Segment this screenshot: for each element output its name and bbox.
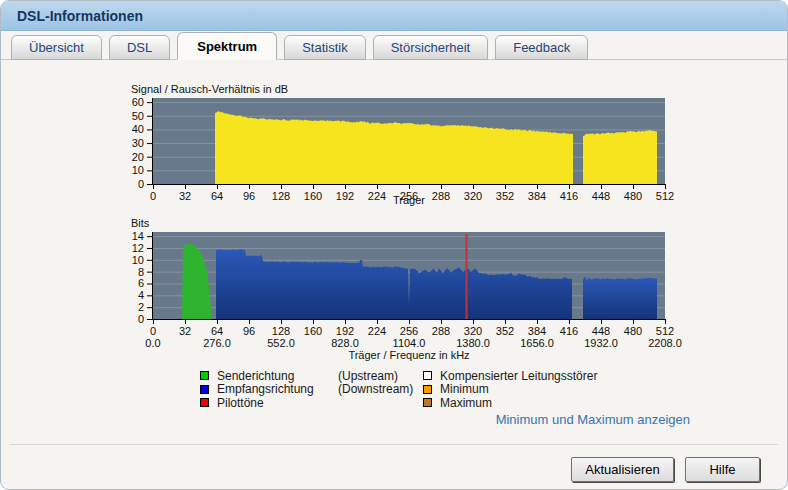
svg-text:384: 384 [528,190,546,202]
svg-text:50: 50 [132,110,144,122]
legend-item-maximum: Maximum [423,396,597,410]
tab-uebersicht[interactable]: Übersicht [11,35,102,60]
downstream-swatch-icon [200,385,209,394]
svg-text:352: 352 [496,190,514,202]
svg-text:1932.0: 1932.0 [584,337,618,349]
legend-label: Maximum [440,396,492,410]
spectrum-charts: 0102030405060032649612816019222425628832… [1,59,788,365]
svg-text:192: 192 [336,325,354,337]
svg-text:10: 10 [132,254,144,266]
svg-text:1380.0: 1380.0 [456,337,490,349]
svg-text:6: 6 [138,277,144,289]
minimum-swatch-icon [423,385,432,394]
svg-text:30: 30 [132,137,144,149]
footer-divider [10,444,778,445]
page-title: DSL-Informationen [17,8,143,24]
svg-text:416: 416 [560,325,578,337]
svg-text:512: 512 [656,190,674,202]
svg-text:480: 480 [624,325,642,337]
legend-item-minimum: Minimum [423,383,597,397]
svg-text:12: 12 [132,242,144,254]
legend-item-kompensiert: Kompensierter Leitungsstörer [423,369,597,383]
svg-text:Träger / Frequenz in kHz: Träger / Frequenz in kHz [348,349,469,361]
legend-label: Pilottöne [217,396,338,410]
svg-text:Bits: Bits [131,217,150,229]
legend-item-downstream: Empfangsrichtung (Downstream) [200,383,413,397]
legend-right-column: Kompensierter Leitungsstörer Minimum Max… [423,369,597,410]
pilot-swatch-icon [200,398,209,407]
help-button[interactable]: Hilfe [685,457,760,482]
svg-text:448: 448 [592,325,610,337]
tab-dsl[interactable]: DSL [109,35,170,60]
svg-text:1104.0: 1104.0 [393,337,426,349]
svg-text:224: 224 [368,325,386,337]
compensated-swatch-icon [423,371,432,380]
svg-text:60: 60 [132,96,144,108]
svg-text:384: 384 [528,325,546,337]
svg-text:416: 416 [560,190,578,202]
upstream-swatch-icon [200,371,209,380]
svg-text:Träger: Träger [393,194,425,206]
svg-text:480: 480 [624,190,642,202]
svg-text:128: 128 [272,325,290,337]
legend-item-pilottoene: Pilottöne [200,396,413,410]
legend-item-upstream: Senderichtung (Upstream) [200,369,413,383]
svg-text:192: 192 [336,190,354,202]
legend-note: (Upstream) [338,369,398,383]
legend-label: Kompensierter Leitungsstörer [440,369,597,383]
tab-statistik[interactable]: Statistik [284,35,366,60]
svg-text:0: 0 [150,325,156,337]
svg-text:64: 64 [211,325,223,337]
tab-stoersicherheit[interactable]: Störsicherheit [373,35,488,60]
svg-text:2208.0: 2208.0 [648,337,682,349]
svg-text:40: 40 [132,123,144,135]
dsl-informationen-window: DSL-Informationen Übersicht DSL Spektrum… [0,0,788,490]
svg-text:32: 32 [179,325,191,337]
svg-text:0.0: 0.0 [145,337,160,349]
show-min-max-link[interactable]: Minimum und Maximum anzeigen [496,412,690,427]
svg-text:2: 2 [138,301,144,313]
svg-text:0: 0 [138,178,144,190]
legend-label: Empfangsrichtung [217,382,338,396]
svg-text:64: 64 [211,190,223,202]
legend-label: Minimum [440,382,489,396]
tab-spektrum[interactable]: Spektrum [177,32,277,60]
svg-text:32: 32 [179,190,191,202]
svg-text:8: 8 [138,266,144,278]
svg-text:96: 96 [243,190,255,202]
svg-text:224: 224 [368,190,386,202]
svg-text:1656.0: 1656.0 [520,337,554,349]
svg-text:0: 0 [150,190,156,202]
svg-text:512: 512 [656,325,674,337]
svg-text:352: 352 [496,325,514,337]
legend-label: Senderichtung [217,369,338,383]
maximum-swatch-icon [423,398,432,407]
svg-text:320: 320 [464,190,482,202]
svg-text:288: 288 [432,325,450,337]
svg-text:288: 288 [432,190,450,202]
svg-text:160: 160 [304,325,322,337]
legend-left-column: Senderichtung (Upstream) Empfangsrichtun… [200,369,413,410]
svg-text:Signal / Rausch-Verhältnis in: Signal / Rausch-Verhältnis in dB [131,83,288,95]
svg-text:4: 4 [138,289,144,301]
svg-text:96: 96 [243,325,255,337]
svg-text:0: 0 [138,313,144,325]
tab-feedback[interactable]: Feedback [495,35,588,60]
svg-text:256: 256 [400,325,418,337]
svg-text:320: 320 [464,325,482,337]
svg-text:14: 14 [132,230,144,242]
svg-text:828.0: 828.0 [331,337,359,349]
svg-text:128: 128 [272,190,290,202]
svg-text:20: 20 [132,151,144,163]
svg-text:160: 160 [304,190,322,202]
window-titlebar: DSL-Informationen [1,1,787,31]
legend-note: (Downstream) [338,382,413,396]
refresh-button[interactable]: Aktualisieren [571,457,674,482]
svg-text:552.0: 552.0 [267,337,295,349]
svg-text:10: 10 [132,164,144,176]
svg-text:448: 448 [592,190,610,202]
svg-text:276.0: 276.0 [203,337,231,349]
tab-bar: Übersicht DSL Spektrum Statistik Störsic… [1,33,787,60]
